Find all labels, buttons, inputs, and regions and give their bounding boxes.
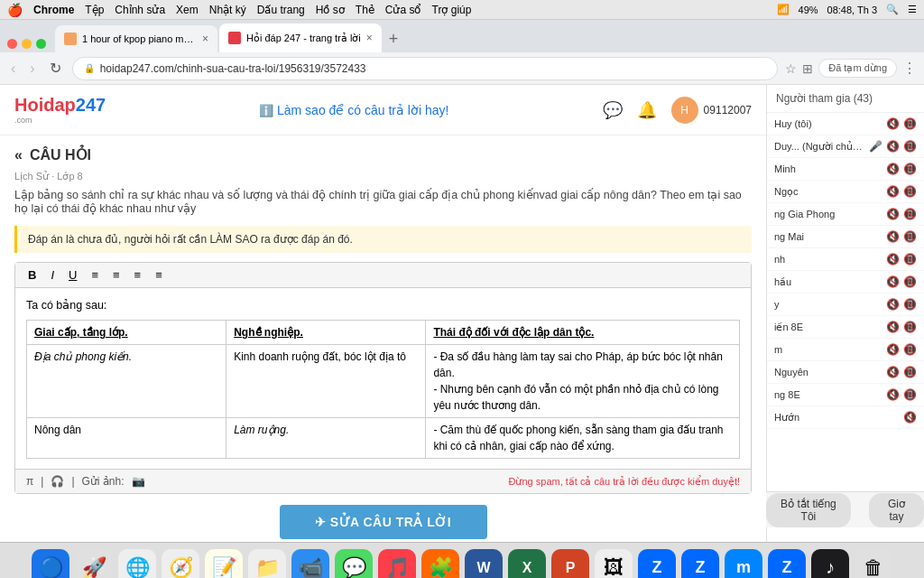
- dock-trash[interactable]: 🗑: [855, 549, 892, 579]
- tab-kpop[interactable]: 1 hour of kpop piano music... ×: [55, 25, 217, 52]
- menu-nhatky[interactable]: Nhật ký: [209, 4, 246, 16]
- editor-body[interactable]: Ta có bảng sau: Giai cấp, tầng lớp. Nghề…: [15, 288, 751, 469]
- camera-off-icon[interactable]: 📵: [903, 298, 917, 311]
- address-bar: ‹ › ↻ 🔒 hoidap247.com/chinh-sua-cau-tra-…: [0, 52, 924, 85]
- search-icon[interactable]: 🔍: [886, 4, 899, 15]
- menu-the[interactable]: Thẻ: [356, 4, 374, 16]
- camera-icon[interactable]: 📵: [903, 140, 917, 153]
- dock-messenger[interactable]: m: [725, 549, 762, 579]
- mic-off-icon[interactable]: 🔇: [886, 230, 900, 243]
- tab-hoidap[interactable]: Hỏi đáp 247 - trang trả lời ×: [219, 23, 382, 52]
- reload-button[interactable]: ↻: [46, 58, 65, 79]
- lock-icon: 🔒: [84, 63, 95, 73]
- tab-close-hoidap[interactable]: ×: [366, 32, 373, 44]
- camera-off-icon[interactable]: 📵: [903, 185, 917, 198]
- mic-off-icon[interactable]: 🔇: [886, 163, 900, 175]
- mic-off-icon[interactable]: 🔇: [886, 366, 900, 378]
- align-left-button[interactable]: ≡: [86, 266, 104, 284]
- dock-zoom[interactable]: 📹: [291, 549, 329, 579]
- mic-off-icon[interactable]: 🔇: [886, 117, 900, 130]
- participant-name: Duy... (Người chủ trì): [774, 141, 864, 153]
- dock-chrome[interactable]: 🌐: [118, 549, 156, 579]
- camera-off-icon[interactable]: 📵: [903, 275, 917, 288]
- dock-powerpoint[interactable]: P: [551, 549, 589, 579]
- image-upload-icon[interactable]: 📷: [132, 475, 145, 488]
- dock-messages[interactable]: 💬: [335, 549, 373, 579]
- back-button[interactable]: ‹: [7, 59, 19, 79]
- pi-symbol[interactable]: π: [26, 475, 33, 488]
- dock-finder[interactable]: 🔵: [32, 549, 69, 579]
- camera-off-icon[interactable]: 📵: [903, 117, 917, 130]
- music-icon: 🎵: [385, 556, 410, 579]
- dock-photos[interactable]: 🖼: [595, 549, 633, 579]
- row1-class: Địa chủ phong kiến.: [27, 344, 226, 417]
- camera-off-icon[interactable]: 📵: [903, 388, 917, 401]
- mic-off-icon[interactable]: 🔇: [886, 321, 900, 333]
- camera-off-icon[interactable]: 📵: [903, 366, 917, 378]
- dock-music2[interactable]: ♪: [811, 549, 849, 579]
- mic-off-icon[interactable]: 🔇: [886, 298, 900, 311]
- dock-launchpad[interactable]: 🚀: [75, 549, 113, 579]
- dock: 🔵 🚀 🌐 🧭 📝 📁 📹 💬 🎵 🧩 W X P 🖼 Z Z: [0, 542, 924, 578]
- menu-cuaso[interactable]: Cửa sổ: [385, 4, 421, 16]
- forward-button[interactable]: ›: [26, 59, 38, 79]
- audio-icon[interactable]: 🎧: [51, 475, 64, 488]
- mic-icon[interactable]: 🔇: [886, 140, 900, 153]
- chat-icon[interactable]: 💬: [603, 100, 623, 120]
- dock-notes[interactable]: 📝: [205, 549, 243, 579]
- submit-answer-button[interactable]: ✈ SỬA CÂU TRẢ LỜI: [280, 505, 487, 539]
- menu-trogiup[interactable]: Trợ giúp: [432, 4, 472, 16]
- mic-off-icon[interactable]: 🔇: [886, 275, 900, 288]
- camera-off-icon[interactable]: 📵: [903, 208, 917, 220]
- new-tab-button[interactable]: +: [383, 30, 404, 49]
- dock-zalo2[interactable]: Z: [681, 549, 719, 579]
- raise-hand-button[interactable]: Giơ tay: [869, 493, 924, 527]
- menu-xem[interactable]: Xem: [176, 4, 199, 16]
- align-right-button[interactable]: ≡: [129, 266, 147, 284]
- extension-icon[interactable]: ⊞: [802, 61, 813, 76]
- bold-button[interactable]: B: [23, 266, 42, 284]
- maximize-window-btn[interactable]: [36, 39, 46, 49]
- dock-excel[interactable]: X: [508, 549, 546, 579]
- minimize-window-btn[interactable]: [22, 39, 32, 49]
- align-center-button[interactable]: ≡: [107, 266, 125, 284]
- dock-safari[interactable]: 🧭: [162, 549, 199, 579]
- menu-tep[interactable]: Tệp: [85, 4, 104, 16]
- dock-music[interactable]: 🎵: [378, 549, 416, 579]
- underline-button[interactable]: U: [63, 266, 82, 284]
- dock-xmind[interactable]: 🧩: [421, 549, 459, 579]
- menu-dots-icon[interactable]: ⋮: [902, 60, 917, 77]
- control-center-icon[interactable]: ☰: [908, 4, 917, 15]
- unmute-button[interactable]: Bỏ tắt tiếng Tôi: [766, 493, 851, 527]
- camera-off-icon[interactable]: 📵: [903, 343, 917, 356]
- mic-off-icon[interactable]: 🔇: [886, 185, 900, 198]
- camera-off-icon[interactable]: 📵: [903, 163, 917, 175]
- mic-off-icon[interactable]: 🔇: [886, 343, 900, 356]
- logo[interactable]: Hoidap247 .com: [14, 95, 106, 125]
- dock-word[interactable]: W: [465, 549, 503, 579]
- dock-zalo3[interactable]: Z: [768, 549, 806, 579]
- menu-chinhsua[interactable]: Chỉnh sửa: [115, 4, 165, 16]
- camera-off-icon[interactable]: 📵: [903, 230, 917, 243]
- bell-icon[interactable]: 🔔: [637, 100, 657, 120]
- justify-button[interactable]: ≡: [150, 266, 168, 284]
- mic-off-icon[interactable]: 🔇: [886, 253, 900, 266]
- tab-close-kpop[interactable]: ×: [202, 33, 208, 45]
- apple-menu[interactable]: 🍎: [7, 3, 23, 17]
- italic-button[interactable]: I: [45, 266, 60, 284]
- camera-off-icon[interactable]: 📵: [903, 321, 917, 333]
- mic-off-icon[interactable]: 🔇: [886, 388, 900, 401]
- bookmark-icon[interactable]: ☆: [785, 61, 797, 76]
- url-box[interactable]: 🔒 hoidap247.com/chinh-sua-cau-tra-loi/19…: [72, 57, 779, 80]
- dock-files[interactable]: 📁: [248, 549, 286, 579]
- avatar: H: [671, 97, 698, 124]
- close-window-btn[interactable]: [7, 39, 17, 49]
- mic-off-icon[interactable]: 🔇: [886, 208, 900, 220]
- dock-zalo1[interactable]: Z: [638, 549, 676, 579]
- paused-button[interactable]: Đã tạm dừng: [818, 59, 897, 78]
- menu-hoso[interactable]: Hồ sơ: [316, 4, 345, 16]
- menu-dautrang[interactable]: Dấu trang: [257, 4, 305, 16]
- table-header-occupation: Nghề nghiệp.: [226, 320, 426, 344]
- camera-off-icon[interactable]: 📵: [903, 253, 917, 266]
- mic-off-icon[interactable]: 🔇: [903, 411, 917, 424]
